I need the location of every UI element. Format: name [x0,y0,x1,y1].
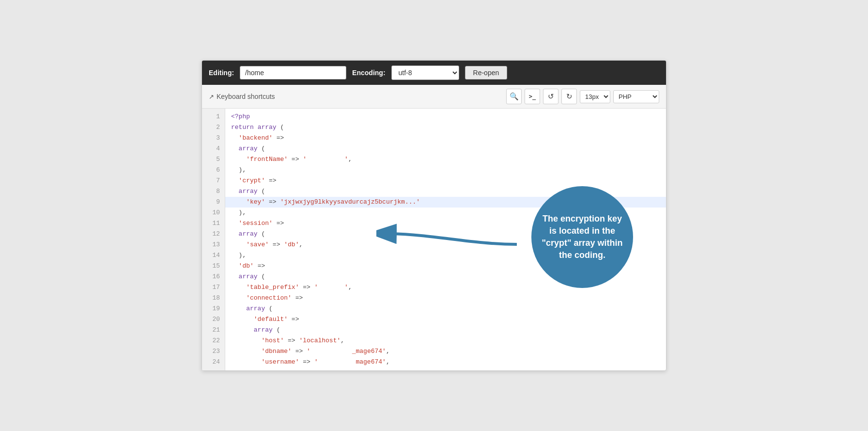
code-line: <?php [225,112,666,122]
editor-container: Editing: Encoding: utf-8 utf-16 latin-1 … [202,60,666,371]
redo-button[interactable]: ↻ [561,89,577,104]
redo-icon: ↻ [566,92,573,101]
code-line: 'crypt' => [225,176,666,186]
code-line: 'db' => [225,261,666,271]
path-input[interactable] [240,66,346,80]
code-line: 'connection' => [225,293,666,303]
undo-icon: ↺ [548,92,554,101]
reopen-button[interactable]: Re-open [465,66,508,80]
code-line: array ( [225,271,666,282]
code-line: 'username' => ' mage674', [225,357,666,367]
line-num: 13 [202,239,225,250]
line-num: 7 [202,176,225,186]
line-num: 18 [202,293,225,303]
line-num: 2 [202,122,225,133]
top-toolbar: Editing: Encoding: utf-8 utf-16 latin-1 … [202,61,666,85]
search-button[interactable]: 🔍 [506,89,522,104]
line-num: 6 [202,165,225,176]
line-numbers: 1 2 3 4 5 6 7 8 9 10 11 12 13 14 15 16 1… [202,109,225,370]
code-line: 'dbname' => ' _mage674', [225,346,666,357]
keyboard-shortcuts-label: Keyboard shortcuts [217,93,275,100]
code-line: array ( [225,325,666,335]
keyboard-shortcuts-link[interactable]: ↗ Keyboard shortcuts [209,93,275,100]
undo-button[interactable]: ↺ [543,89,558,104]
code-content[interactable]: <?php return array ( 'backend' => array … [225,109,666,370]
line-num: 24 [202,357,225,367]
encoding-label: Encoding: [352,69,385,77]
code-line: 'frontName' => ' ', [225,154,666,165]
line-num: 9 [202,197,225,208]
code-area: 1 2 3 4 5 6 7 8 9 10 11 12 13 14 15 16 1… [202,109,666,370]
line-num: 4 [202,144,225,154]
line-num: 14 [202,250,225,261]
line-num: 23 [202,346,225,357]
line-num: 3 [202,133,225,144]
code-line: array ( [225,303,666,314]
encoding-select[interactable]: utf-8 utf-16 latin-1 ascii [391,65,459,80]
code-line: 'session' => [225,218,666,229]
line-num: 5 [202,154,225,165]
code-line: array ( [225,229,666,239]
code-line: 'backend' => [225,133,666,144]
editing-label: Editing: [209,69,234,77]
code-line: array ( [225,144,666,154]
secondary-toolbar: ↗ Keyboard shortcuts 🔍 >_ ↺ ↻ 13px 11px … [202,85,666,109]
line-num: 12 [202,229,225,239]
code-line: 'default' => [225,314,666,325]
code-line: 'table_prefix' => ' ', [225,282,666,293]
code-line: ), [225,250,666,261]
line-num: 11 [202,218,225,229]
line-num: 22 [202,335,225,346]
line-num: 19 [202,303,225,314]
line-num: 1 [202,112,225,122]
line-num: 16 [202,271,225,282]
code-line: ), [225,208,666,218]
line-num: 8 [202,186,225,197]
terminal-icon: >_ [529,93,536,100]
code-line: ), [225,165,666,176]
font-size-select[interactable]: 13px 11px 12px 14px 16px [580,90,610,103]
toolbar-right: 🔍 >_ ↺ ↻ 13px 11px 12px 14px 16px PHP HT… [506,89,659,104]
code-line: array ( [225,186,666,197]
line-num: 20 [202,314,225,325]
line-num: 17 [202,282,225,293]
line-num: 15 [202,261,225,271]
code-line: return array ( [225,122,666,133]
line-num: 10 [202,208,225,218]
code-line-highlighted: 'key' => 'jxjwxjyg9lkkyysavdurcajz5bcurj… [225,197,666,208]
code-line: 'host' => 'localhost', [225,335,666,346]
code-line: 'save' => 'db', [225,239,666,250]
search-icon: 🔍 [510,92,519,101]
line-num: 21 [202,325,225,335]
language-select[interactable]: PHP HTML JavaScript CSS Python Text [613,90,659,103]
external-link-icon: ↗ [209,93,214,100]
terminal-button[interactable]: >_ [525,89,540,104]
